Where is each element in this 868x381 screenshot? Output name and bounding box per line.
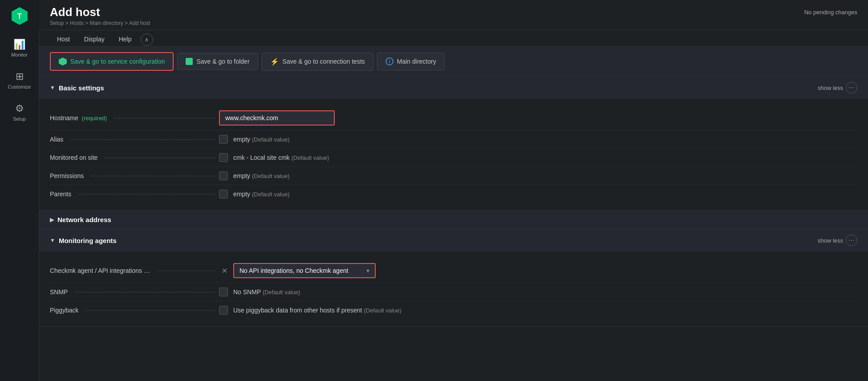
more-dots-icon: ··· bbox=[846, 235, 857, 246]
tab-help[interactable]: Help bbox=[112, 33, 139, 46]
tab-host[interactable]: Host bbox=[50, 33, 77, 46]
alias-row: Alias empty (Default value) bbox=[50, 130, 857, 149]
permissions-toggle[interactable] bbox=[219, 171, 228, 180]
no-pending-changes: No pending changes bbox=[804, 9, 857, 16]
main-directory-button[interactable]: i Main directory bbox=[377, 53, 445, 70]
customize-icon: ⊞ bbox=[16, 71, 24, 82]
tabs-bar: Host Display Help ∧ bbox=[39, 30, 868, 47]
lightning-icon: ⚡ bbox=[270, 57, 279, 66]
basic-settings-form: Hostname (required) Alias empty bbox=[39, 99, 868, 210]
dotted-separator bbox=[75, 292, 215, 292]
basic-settings-section: ▼ Basic settings show less ··· Hostname … bbox=[39, 77, 868, 211]
content-area: ▼ Basic settings show less ··· Hostname … bbox=[39, 77, 868, 381]
chevron-up-icon: ∧ bbox=[145, 36, 149, 43]
dotted-separator bbox=[91, 176, 215, 176]
more-dots-icon: ··· bbox=[846, 82, 857, 93]
dotted-separator bbox=[105, 158, 215, 158]
folder-icon bbox=[186, 58, 193, 65]
main-directory-label: Main directory bbox=[397, 58, 436, 65]
monitoring-agents-show-less[interactable]: show less ··· bbox=[818, 235, 857, 246]
save-service-config-button[interactable]: Save & go to service configuration bbox=[50, 52, 174, 71]
setup-icon: ⚙ bbox=[15, 103, 24, 114]
dotted-separator bbox=[70, 139, 215, 140]
sidebar-item-setup[interactable]: ⚙ Setup bbox=[0, 96, 39, 128]
monitored-default: (Default value) bbox=[292, 154, 329, 161]
monitor-icon: 📊 bbox=[13, 39, 25, 50]
monitored-label: Monitored on site bbox=[50, 154, 219, 161]
checkmk-agent-clear-button[interactable]: ✕ bbox=[219, 265, 230, 276]
save-connection-tests-button[interactable]: ⚡ Save & go to connection tests bbox=[262, 53, 373, 71]
page-title: Add host bbox=[50, 5, 150, 19]
piggyback-value: Use piggyback data from other hosts if p… bbox=[233, 307, 857, 314]
permissions-value: empty (Default value) bbox=[233, 172, 857, 179]
dotted-separator bbox=[157, 271, 215, 271]
basic-settings-header[interactable]: ▼ Basic settings show less ··· bbox=[39, 77, 868, 99]
actions-bar: Save & go to service configuration Save … bbox=[39, 47, 868, 77]
sidebar-label-monitor: Monitor bbox=[11, 52, 28, 57]
permissions-default: (Default value) bbox=[252, 173, 290, 179]
save-folder-label: Save & go to folder bbox=[196, 58, 249, 65]
hex-icon bbox=[59, 57, 67, 65]
parents-default: (Default value) bbox=[252, 191, 290, 198]
hostname-label: Hostname (required) bbox=[50, 114, 219, 122]
checkmk-agent-label: Checkmk agent / API integrations … bbox=[50, 267, 219, 274]
section-collapse-icon: ▼ bbox=[50, 85, 55, 91]
network-address-title: ▶ Network address bbox=[50, 216, 111, 223]
select-arrow-icon: ▾ bbox=[366, 267, 369, 274]
monitoring-agents-header[interactable]: ▼ Monitoring agents show less ··· bbox=[39, 229, 868, 251]
alias-label: Alias bbox=[50, 136, 219, 143]
snmp-value: No SNMP (Default value) bbox=[233, 288, 857, 296]
sidebar-item-customize[interactable]: ⊞ Customize bbox=[0, 64, 39, 96]
piggyback-default: (Default value) bbox=[364, 307, 402, 314]
basic-settings-show-less[interactable]: show less ··· bbox=[818, 82, 857, 93]
svg-text:T: T bbox=[17, 12, 22, 20]
dotted-separator bbox=[114, 118, 215, 118]
alias-default: (Default value) bbox=[252, 136, 290, 143]
parents-label: Parents bbox=[50, 190, 219, 198]
checkmk-agent-row: Checkmk agent / API integrations … ✕ No … bbox=[50, 259, 857, 283]
save-folder-button[interactable]: Save & go to folder bbox=[177, 53, 258, 70]
hostname-input[interactable] bbox=[219, 110, 335, 126]
sidebar-item-monitor[interactable]: 📊 Monitor bbox=[0, 32, 39, 64]
snmp-toggle[interactable] bbox=[219, 288, 228, 296]
sidebar: T 📊 Monitor ⊞ Customize ⚙ Setup bbox=[0, 0, 39, 381]
main-content: Add host Setup > Hosts > Main directory … bbox=[39, 0, 868, 381]
snmp-row: SNMP No SNMP (Default value) bbox=[50, 283, 857, 301]
monitoring-agents-title: ▼ Monitoring agents bbox=[50, 237, 117, 244]
snmp-label: SNMP bbox=[50, 288, 219, 296]
piggyback-toggle[interactable] bbox=[219, 306, 228, 315]
tabs-collapse-button[interactable]: ∧ bbox=[141, 33, 153, 46]
section-expand-icon: ▶ bbox=[50, 217, 54, 223]
save-service-config-label: Save & go to service configuration bbox=[70, 58, 165, 65]
piggyback-label: Piggyback bbox=[50, 307, 219, 314]
section-collapse-icon: ▼ bbox=[50, 237, 55, 243]
save-connection-tests-label: Save & go to connection tests bbox=[283, 58, 365, 65]
hostname-required: (required) bbox=[82, 115, 107, 122]
checkmk-agent-select[interactable]: No API integrations, no Checkmk agent ▾ bbox=[233, 263, 376, 278]
logo[interactable]: T bbox=[0, 0, 39, 32]
network-address-header[interactable]: ▶ Network address bbox=[39, 211, 868, 229]
permissions-label: Permissions bbox=[50, 172, 219, 179]
monitored-toggle[interactable] bbox=[219, 153, 228, 162]
piggyback-row: Piggyback Use piggyback data from other … bbox=[50, 301, 857, 319]
dotted-separator bbox=[78, 194, 215, 195]
sidebar-label-customize: Customize bbox=[8, 84, 31, 89]
alias-toggle[interactable] bbox=[219, 135, 228, 144]
info-icon: i bbox=[385, 57, 393, 65]
basic-settings-title: ▼ Basic settings bbox=[50, 84, 104, 92]
parents-toggle[interactable] bbox=[219, 190, 228, 199]
parents-value: empty (Default value) bbox=[233, 190, 857, 198]
monitored-site-row: Monitored on site cmk - Local site cmk (… bbox=[50, 149, 857, 167]
network-address-section: ▶ Network address bbox=[39, 211, 868, 229]
monitoring-agents-form: Checkmk agent / API integrations … ✕ No … bbox=[39, 251, 868, 326]
tab-display[interactable]: Display bbox=[77, 33, 112, 46]
header: Add host Setup > Hosts > Main directory … bbox=[39, 0, 868, 30]
permissions-row: Permissions empty (Default value) bbox=[50, 167, 857, 185]
sidebar-label-setup: Setup bbox=[13, 116, 26, 122]
dotted-separator bbox=[86, 310, 215, 311]
breadcrumb: Setup > Hosts > Main directory > Add hos… bbox=[50, 20, 150, 26]
hostname-row: Hostname (required) bbox=[50, 106, 857, 130]
monitored-value: cmk - Local site cmk (Default value) bbox=[233, 154, 857, 161]
monitoring-agents-section: ▼ Monitoring agents show less ··· Checkm… bbox=[39, 229, 868, 327]
parents-row: Parents empty (Default value) bbox=[50, 185, 857, 203]
